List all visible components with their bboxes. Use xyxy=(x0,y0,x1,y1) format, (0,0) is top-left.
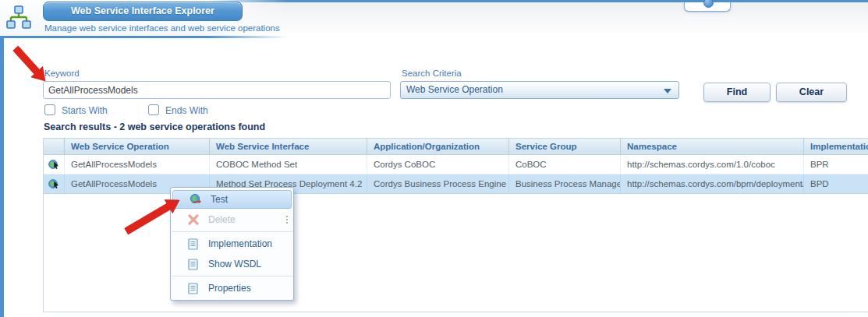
header-bottom-line xyxy=(0,36,289,38)
web-service-operation-icon xyxy=(44,174,65,193)
info-icon xyxy=(703,0,714,8)
ends-with-label: Ends With xyxy=(165,105,208,116)
icon-column-header xyxy=(44,139,65,155)
search-criteria-value: Web Service Operation xyxy=(406,84,503,95)
menu-item-label: Properties xyxy=(208,283,251,294)
web-service-operation-icon xyxy=(44,155,65,174)
delete-icon xyxy=(186,214,200,225)
page-title: Web Service Interface Explorer xyxy=(43,2,243,21)
find-button[interactable]: Find xyxy=(703,83,771,102)
menu-item-label: Delete xyxy=(208,214,236,225)
table-row-selected[interactable]: GetAllProcessModels Method Set Process D… xyxy=(44,174,868,194)
menu-item-properties[interactable]: Properties xyxy=(171,278,293,298)
web-service-interface-explorer-window: Web Service Interface Explorer Manage we… xyxy=(0,0,868,317)
org-chart-icon xyxy=(6,5,31,30)
search-criteria-select[interactable]: Web Service Operation xyxy=(400,81,679,99)
help-button[interactable] xyxy=(684,2,731,12)
test-operation-icon xyxy=(189,193,202,206)
column-header-implementation[interactable]: Implementation xyxy=(804,139,868,155)
cell-operation: GetAllProcessModels xyxy=(65,155,210,174)
menu-item-delete: Delete xyxy=(171,210,293,230)
starts-with-label: Starts With xyxy=(62,105,108,116)
context-menu: Test Delete Implementation xyxy=(170,187,294,301)
clear-button[interactable]: Clear xyxy=(776,83,847,102)
column-header-interface[interactable]: Web Service Interface xyxy=(210,139,367,155)
search-criteria-label: Search Criteria xyxy=(402,69,462,78)
menu-item-label: Show WSDL xyxy=(208,259,261,269)
table-header-row: Web Service Operation Web Service Interf… xyxy=(44,139,868,155)
cell-application: Cordys Business Process Engine xyxy=(367,174,509,193)
menu-item-test[interactable]: Test xyxy=(172,190,292,209)
starts-with-checkbox[interactable] xyxy=(44,104,55,115)
panel-left-border xyxy=(0,37,4,317)
annotation-arrow-keyword xyxy=(13,46,45,81)
drag-grip-icon xyxy=(286,216,288,224)
cell-interface: COBOC Method Set xyxy=(210,155,367,174)
menu-item-label: Implementation xyxy=(208,238,272,249)
keyword-label: Keyword xyxy=(44,69,80,78)
search-results-summary: Search results - 2 web service operation… xyxy=(44,122,265,132)
cell-service-group: CoBOC xyxy=(509,155,621,174)
chevron-down-icon xyxy=(664,89,671,93)
column-header-operation[interactable]: Web Service Operation xyxy=(65,139,210,155)
menu-separator xyxy=(172,231,292,232)
menu-separator xyxy=(172,276,292,276)
menu-item-show-wsdl[interactable]: Show WSDL xyxy=(171,254,293,274)
column-header-namespace[interactable]: Namespace xyxy=(621,139,804,155)
menu-item-label: Test xyxy=(211,194,228,205)
menu-item-implementation[interactable]: Implementation xyxy=(171,234,293,254)
ends-with-checkbox[interactable] xyxy=(148,104,159,115)
cell-implementation: BPR xyxy=(804,155,868,174)
table-row[interactable]: GetAllProcessModels COBOC Method Set Cor… xyxy=(44,155,868,174)
cell-application: Cordys CoBOC xyxy=(367,155,509,174)
cell-implementation: BPD xyxy=(804,174,868,193)
keyword-input[interactable] xyxy=(43,81,391,99)
cell-namespace: http://schemas.cordys.com/bpm/deployment… xyxy=(621,174,804,193)
document-icon xyxy=(186,238,200,250)
cell-service-group: Business Process Manageme xyxy=(509,174,621,193)
results-table: Web Service Operation Web Service Interf… xyxy=(43,138,868,312)
column-header-service-group[interactable]: Service Group xyxy=(509,139,621,155)
column-header-application[interactable]: Application/Organization xyxy=(367,139,509,155)
document-icon xyxy=(186,259,200,270)
page-subtitle: Manage web service interfaces and web se… xyxy=(44,23,280,33)
cell-namespace: http://schemas.cordys.com/1.0/coboc xyxy=(621,155,804,174)
document-icon xyxy=(186,283,200,294)
